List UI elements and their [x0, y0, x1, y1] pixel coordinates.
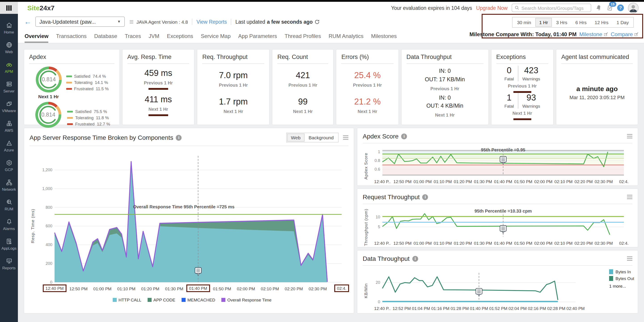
tab-app-parameters[interactable]: App Parameters — [238, 29, 277, 43]
card-title: Agent last communicated — [561, 54, 633, 60]
apdex-score-plot[interactable]: 0.60.8195th Percentile =0.95 — [369, 147, 628, 176]
metric-period: Next 1 Hr — [293, 109, 313, 114]
tab-service-map[interactable]: Service Map — [201, 29, 230, 43]
legend-item[interactable]: APP CODE — [148, 298, 175, 302]
agent-version: JAVA Agent Version : 4.8 — [129, 19, 188, 24]
help-button[interactable]: ? — [617, 4, 624, 11]
svg-text:10: 10 — [376, 215, 380, 219]
sidebar-item-server[interactable]: Server — [0, 77, 18, 97]
legend-item[interactable]: Bytes In — [609, 269, 634, 274]
sidebar-item-apm[interactable]: APM — [0, 58, 18, 77]
x-axis-tick-label: 02:20 PM — [574, 241, 592, 246]
edit-pencil-icon — [634, 32, 639, 37]
legend-swatch — [66, 82, 72, 83]
svg-text:600: 600 — [46, 224, 52, 228]
x-axis-tick-label: 02:10 PM — [261, 286, 279, 291]
warnings-count: 93 — [522, 93, 540, 103]
tab-overview[interactable]: Overview — [24, 29, 48, 43]
exceptions-values: 0Fatal 423Warnings — [500, 66, 544, 81]
data-throughput-card: Data Throughput IN: 0OUT: 17 KB/MinPrevi… — [402, 50, 488, 125]
alarm-bell-icon — [6, 218, 12, 225]
range-30min[interactable]: 30 min — [513, 18, 535, 27]
legend-item[interactable]: HTTP CALL — [113, 298, 141, 302]
sidebar-item-web[interactable]: Web — [0, 38, 18, 58]
legend-more-link[interactable]: 1 more... — [609, 284, 634, 289]
sidebar-item-alarms[interactable]: Alarms — [0, 215, 18, 234]
tab-traces[interactable]: Traces — [125, 29, 141, 43]
range-3hrs[interactable]: 3 Hrs — [552, 18, 571, 27]
legend-swatch — [67, 123, 73, 125]
components-chart-plot[interactable]: 02004006008001,0001,200Overall Response … — [36, 150, 345, 284]
sidebar-item-label: Web — [5, 50, 13, 54]
sidebar-item-applogs[interactable]: AppLogs — [0, 234, 18, 254]
metric-value: 21.2 % — [354, 97, 380, 107]
legend-item[interactable]: MEMCACHED — [182, 298, 215, 302]
summary-cards-row: Apdex 0.814 Next 1 Hr Satisfied 74.4 % T… — [24, 50, 638, 125]
app-root: Site24x7 Your evaluation expires in 104 … — [0, 0, 644, 322]
fatal-label: Fatal — [504, 104, 514, 109]
legend-item[interactable]: Bytes Out — [609, 276, 634, 281]
refresh-icon[interactable] — [314, 19, 320, 24]
apdex-legend: Satisfied 75.5 % Tolerating 11.8 % Frust… — [67, 109, 110, 126]
divider — [363, 265, 632, 266]
chart-menu-icon[interactable] — [627, 256, 632, 261]
x-axis-tick-label: 01:50 PM — [514, 179, 532, 184]
tab-milestones[interactable]: Milestones — [371, 29, 397, 43]
sidebar-item-rum[interactable]: RUM — [0, 195, 18, 215]
info-icon[interactable]: i — [422, 194, 428, 200]
tab-transactions[interactable]: Transactions — [56, 29, 87, 43]
chart-menu-icon[interactable] — [343, 135, 348, 140]
range-6hrs[interactable]: 6 Hrs — [571, 18, 590, 27]
global-search[interactable] — [512, 3, 591, 12]
sidebar-item-azure[interactable]: Azure — [0, 136, 18, 156]
chart-body[interactable]: 0.60.8195th Percentile =0.95 12:40 P..12… — [369, 147, 632, 185]
sidebar-item-network[interactable]: Network — [0, 175, 18, 195]
legend-item[interactable]: Overall Response Time — [222, 298, 272, 302]
monitor-selector-dropdown[interactable]: Java-Updatetest (paw... ▼ — [35, 16, 125, 27]
range-1day[interactable]: 1 Day — [612, 18, 633, 27]
sidebar-item-label: Server — [3, 89, 14, 93]
back-button[interactable]: ← — [24, 18, 31, 25]
range-1hr[interactable]: 1 Hr — [535, 18, 552, 27]
info-icon[interactable]: i — [401, 133, 407, 139]
sidebar-item-home[interactable]: Home — [0, 18, 18, 38]
alerts-bell-button[interactable] — [595, 4, 602, 11]
svg-text:200: 200 — [46, 261, 52, 266]
metric-value: 411 ms — [145, 95, 172, 105]
info-icon[interactable]: i — [176, 135, 182, 141]
site24x7-logo[interactable]: Site24x7 — [27, 4, 54, 12]
search-input[interactable] — [522, 5, 588, 10]
range-12hrs[interactable]: 12 Hrs — [590, 18, 612, 27]
tab-database[interactable]: Database — [94, 29, 117, 43]
tab-rum-analytics[interactable]: RUM Analytics — [328, 29, 363, 43]
sidebar-item-gcp[interactable]: GCP — [0, 156, 18, 175]
tab-jvm[interactable]: JVM — [148, 29, 159, 43]
view-reports-link[interactable]: View Reports — [196, 19, 227, 24]
x-axis-tick-label: 02:00 PM — [237, 286, 255, 291]
data-throughput-plot[interactable]: 020 — [369, 269, 579, 303]
toggle-web[interactable]: Web — [287, 134, 304, 142]
milestone-link[interactable]: Milestone — [580, 31, 608, 37]
apdex-gauge-row: 0.814 Next 1 Hr Satisfied 74.4 % Tolerat… — [35, 66, 109, 99]
main-menu-button[interactable] — [0, 2, 18, 14]
toggle-background[interactable]: Background — [304, 134, 338, 142]
chart-body[interactable]: 020 12:40 P..12:52 PM01:04 PM01:16 PM01:… — [369, 269, 632, 312]
metric-period: Next 1 Hr — [145, 107, 172, 112]
chart-menu-icon[interactable] — [627, 195, 632, 199]
chart-body[interactable]: 02004006008001,0001,200Overall Response … — [36, 150, 348, 302]
chart-body[interactable]: 51095th Percentile =10.33 cpm 12:40 P..1… — [369, 208, 632, 247]
chart-menu-icon[interactable] — [627, 134, 632, 139]
card-title: Apdex — [29, 54, 114, 60]
compare-link[interactable]: Compare — [611, 31, 639, 37]
request-throughput-plot[interactable]: 51095th Percentile =10.33 cpm — [369, 208, 628, 238]
info-icon[interactable]: i — [412, 256, 418, 262]
sidebar-item-reports[interactable]: Reports — [0, 254, 18, 274]
tab-thread-profiles[interactable]: Thread Profiles — [285, 29, 321, 43]
user-avatar[interactable] — [628, 2, 639, 13]
sidebar-item-aws[interactable]: AWS — [0, 117, 18, 136]
legend-label: Tolerating 14.1 % — [74, 80, 108, 85]
upgrade-now-link[interactable]: Upgrade Now — [476, 5, 508, 10]
sidebar-item-vmware[interactable]: VMware — [0, 97, 18, 117]
tab-exceptions[interactable]: Exceptions — [167, 29, 193, 43]
notifications-button[interactable]: 15 — [606, 4, 613, 11]
